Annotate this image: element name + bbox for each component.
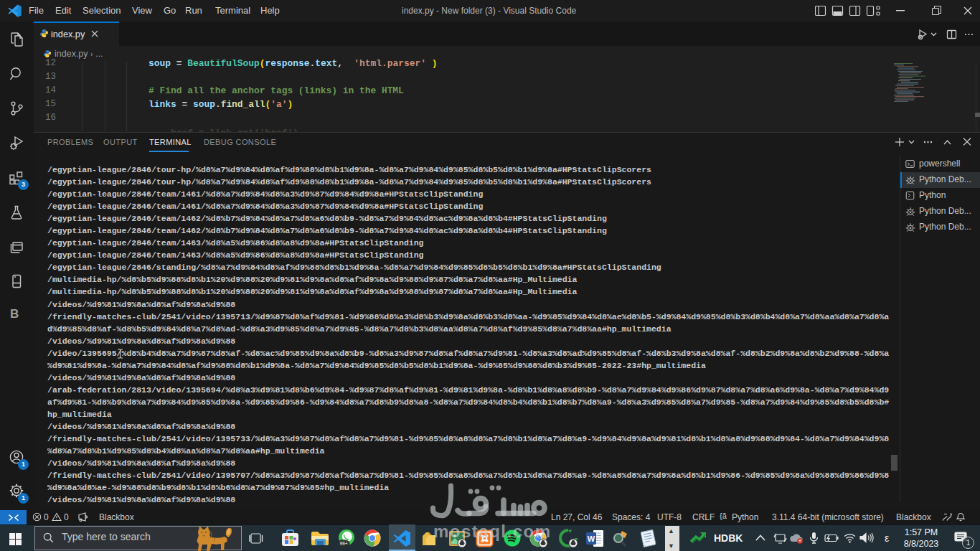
svg-text:99+: 99+ [339,541,347,546]
svg-text:W: W [588,534,595,543]
